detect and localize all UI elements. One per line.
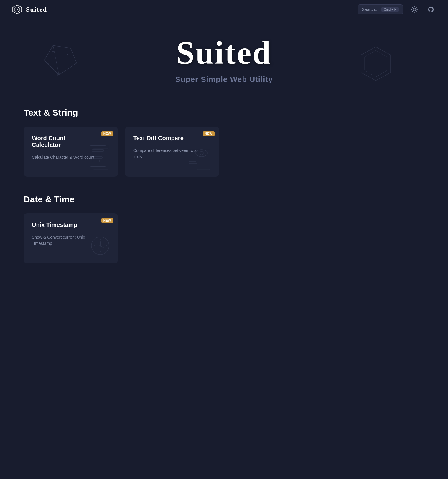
svg-line-13: [416, 11, 416, 11]
hero-decoration-left: [35, 34, 88, 82]
svg-line-5: [13, 7, 14, 8]
svg-marker-23: [365, 50, 387, 77]
text-diff-title: Text Diff Compare: [133, 135, 192, 142]
svg-point-2: [17, 9, 18, 10]
svg-point-31: [200, 151, 203, 155]
svg-line-7: [20, 7, 22, 8]
section-title-text-string: Text & String: [24, 108, 424, 118]
svg-point-9: [413, 8, 416, 11]
hero-subtitle: Super Simple Web Utility: [175, 75, 273, 84]
unix-timestamp-desc: Show & Convert current Unix Timestamp: [32, 234, 97, 247]
svg-rect-25: [92, 150, 104, 151]
svg-point-44: [100, 245, 101, 247]
navbar-left: Suited: [12, 4, 47, 15]
search-placeholder-text: Search...: [362, 7, 378, 12]
svg-line-17: [416, 7, 416, 7]
hero-decoration-right: [357, 45, 395, 84]
search-keyboard-shortcut: Cmd + K: [381, 7, 399, 12]
svg-point-20: [67, 54, 68, 55]
svg-marker-22: [361, 47, 391, 81]
svg-line-12: [412, 7, 413, 7]
svg-line-16: [412, 11, 413, 11]
site-logo-text: Suited: [26, 6, 47, 13]
svg-line-8: [13, 11, 14, 12]
word-count-badge: NEW: [101, 131, 113, 136]
main-content: Text & String NEW Word Count Calculator …: [0, 96, 448, 293]
date-time-cards-grid: NEW Unix Timestamp Show & Convert curren…: [24, 213, 424, 263]
sun-icon: [411, 6, 418, 13]
svg-point-19: [52, 51, 54, 52]
unix-timestamp-card[interactable]: NEW Unix Timestamp Show & Convert curren…: [24, 213, 118, 263]
word-count-title: Word Count Calculator: [32, 135, 91, 148]
text-diff-card[interactable]: NEW Text Diff Compare Compare difference…: [125, 127, 219, 177]
navbar: Suited Search... Cmd + K: [0, 0, 448, 19]
theme-toggle-button[interactable]: [409, 4, 420, 15]
text-diff-badge: NEW: [203, 131, 215, 136]
word-count-desc: Calculate Character & Word count: [32, 154, 97, 160]
search-bar[interactable]: Search... Cmd + K: [358, 4, 403, 14]
section-title-date-time: Date & Time: [24, 194, 424, 204]
github-link-button[interactable]: [426, 4, 436, 15]
text-diff-desc: Compare differences between two texts: [133, 147, 198, 160]
hero-section: Suited Super Simple Web Utility: [0, 19, 448, 96]
hero-title: Suited: [176, 37, 272, 69]
svg-line-6: [20, 11, 22, 12]
navbar-right: Search... Cmd + K: [358, 4, 436, 15]
word-count-card[interactable]: NEW Word Count Calculator Calculate Char…: [24, 127, 118, 177]
unix-timestamp-title: Unix Timestamp: [32, 222, 91, 228]
github-icon: [428, 6, 434, 13]
unix-timestamp-badge: NEW: [101, 218, 113, 223]
svg-point-21: [48, 63, 49, 64]
logo-icon: [12, 4, 22, 15]
text-string-cards-grid: NEW Word Count Calculator Calculate Char…: [24, 127, 424, 177]
